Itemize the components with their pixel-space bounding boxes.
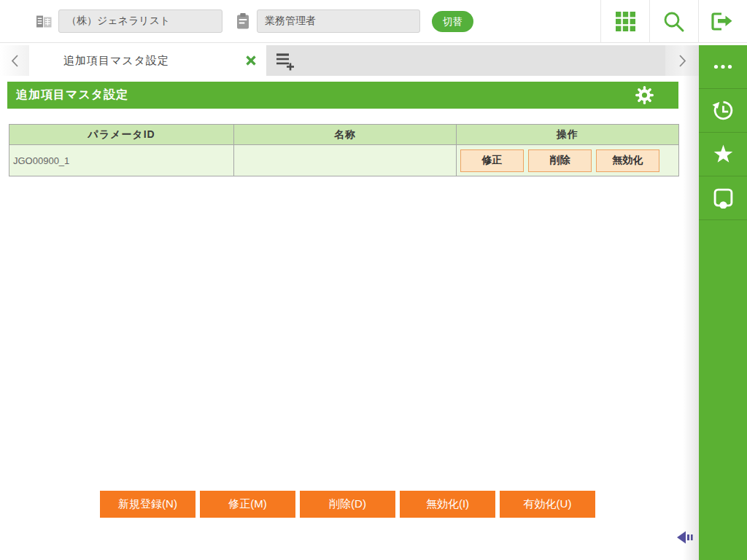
app-window: 切替 [0,0,747,560]
search-icon[interactable] [651,0,695,42]
company-input[interactable] [58,9,222,33]
enable-button[interactable]: 有効化(U) [500,491,595,518]
logout-icon[interactable] [700,0,743,42]
cell-name [234,145,457,176]
delete-button[interactable]: 削除(D) [300,491,395,518]
header-divider [600,0,601,43]
company-icon [36,13,53,30]
disable-button[interactable]: 無効化(I) [400,491,495,518]
cell-actions: 修正 削除 無効化 [457,145,679,176]
role-input[interactable] [257,9,420,33]
sidebar-favorites-button[interactable] [699,133,747,176]
apps-grid-icon[interactable] [603,0,647,42]
sidebar-more-button[interactable] [699,45,747,89]
column-header-name: 名称 [234,125,457,145]
new-register-button[interactable]: 新規登録(N) [100,491,196,518]
sidebar-shadow [683,45,699,560]
tab-scroll-right-button[interactable] [665,45,699,76]
history-clock-icon [711,98,735,122]
parameter-table: パラメータID 名称 操作 JGO00900_1 修正 削除 無効化 [9,124,679,176]
page-title: 追加項目マスタ設定 [16,88,128,103]
cell-parameter-id: JGO00900_1 [9,145,234,176]
row-disable-button[interactable]: 無効化 [596,149,659,172]
tab-title: 追加項目マスタ設定 [63,54,169,68]
close-tab-icon[interactable] [245,55,257,66]
row-delete-button[interactable]: 削除 [528,149,592,172]
row-edit-button[interactable]: 修正 [460,149,524,172]
row-actions: 修正 削除 無効化 [457,149,678,172]
sidebar-feedback-button[interactable] [699,176,747,220]
tab-active[interactable]: 追加項目マスタ設定 [29,45,266,76]
tab-scroll-left-button[interactable] [0,45,29,76]
feedback-tray-icon [713,187,734,209]
panel-titlebar: 追加項目マスタ設定 [7,82,678,109]
edit-button[interactable]: 修正(M) [200,491,295,518]
table-row: JGO00900_1 修正 削除 無効化 [9,145,679,176]
top-header: 切替 [0,0,747,43]
more-ellipsis-icon [713,64,732,69]
column-header-parameter-id: パラメータID [9,125,234,145]
add-tab-icon[interactable] [274,51,296,71]
switch-button[interactable]: 切替 [432,11,473,32]
favorite-star-icon [712,144,735,165]
header-divider [649,0,650,43]
table-header-row: パラメータID 名称 操作 [9,125,679,145]
chevron-right-icon [678,54,686,68]
tab-bar: 追加項目マスタ設定 [0,45,699,76]
chevron-left-icon [11,54,19,68]
sidebar-history-button[interactable] [699,89,747,133]
clipboard-icon [236,12,250,31]
collapse-panel-icon[interactable] [676,529,697,545]
gear-icon[interactable] [635,86,654,104]
footer-buttons: 新規登録(N) 修正(M) 削除(D) 無効化(I) 有効化(U) [100,491,595,518]
right-sidebar [699,45,747,560]
column-header-actions: 操作 [457,125,679,145]
header-divider [698,0,699,43]
